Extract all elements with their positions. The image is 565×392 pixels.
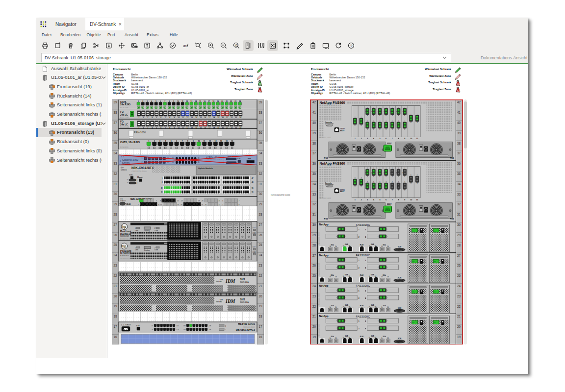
svg-text:BaseT: BaseT	[340, 191, 344, 193]
svg-text:23: 23	[312, 294, 316, 298]
svg-text:Traglast Zone: Traglast Zone	[433, 88, 451, 91]
svg-text:3: 3	[147, 117, 148, 119]
svg-text:R: R	[354, 124, 355, 126]
svg-text:1: 1	[138, 117, 139, 119]
svg-text:▲.▲. CISCO: ▲.▲. CISCO	[121, 324, 131, 326]
svg-text:8: 8	[238, 203, 239, 205]
svg-text:3: 3	[365, 290, 366, 292]
svg-text:16: 16	[177, 203, 179, 205]
svg-text:4: 4	[365, 328, 366, 330]
svg-text:1: 1	[148, 140, 149, 142]
svg-text:0a: 0a	[330, 337, 332, 339]
svg-text:≡≡: ≡≡	[434, 230, 436, 232]
svg-text:33: 33	[312, 192, 316, 196]
svg-text:24x LC: 24x LC	[120, 123, 128, 126]
svg-text:FAS3020C-1003: FAS3020C-1003	[318, 324, 320, 337]
svg-text:23: 23	[258, 264, 262, 267]
svg-text:R: R	[385, 128, 386, 130]
svg-text:R: R	[391, 128, 392, 130]
svg-text:‹: ‹	[336, 228, 336, 230]
svg-text:R: R	[404, 128, 405, 130]
svg-text:33: 33	[258, 162, 262, 165]
svg-text:13: 13	[214, 140, 216, 142]
svg-text:16D 36D: 16D 36D	[216, 300, 222, 302]
svg-text:20: 20	[221, 100, 223, 102]
svg-text:2x: 2x	[151, 328, 153, 330]
svg-text:Mgmt.: Mgmt.	[137, 176, 143, 178]
svg-text:3: 3	[365, 259, 366, 261]
svg-text:›: ›	[345, 228, 346, 230]
svg-text:▲.▲.: ▲.▲.	[121, 156, 125, 158]
svg-text:95: 95	[252, 187, 254, 189]
svg-text:20: 20	[312, 325, 316, 328]
svg-text:RLM: RLM	[360, 274, 363, 276]
svg-text:R: R	[385, 114, 386, 116]
svg-text:29: 29	[258, 202, 262, 206]
svg-text:‹: ‹	[336, 289, 336, 291]
svg-text:@: @	[235, 44, 238, 47]
svg-text:6: 6	[176, 140, 177, 142]
svg-text:USB: USB	[253, 232, 256, 234]
svg-text:R: R	[398, 114, 399, 116]
svg-text:25: 25	[258, 243, 262, 246]
svg-text:0b: 0b	[335, 337, 337, 339]
svg-text:Frontansicht: Frontansicht	[311, 68, 329, 71]
svg-text:42: 42	[457, 100, 461, 104]
svg-text:33: 33	[113, 162, 117, 165]
svg-text:Wärmelast Zone: Wärmelast Zone	[231, 74, 254, 77]
svg-text:19: 19	[312, 335, 316, 339]
svg-text:≡≡: ≡≡	[434, 261, 436, 263]
svg-text:R: R	[404, 189, 405, 191]
svg-text:ME3400-1001: ME3400-1001	[243, 326, 255, 328]
svg-text:15: 15	[177, 200, 179, 202]
svg-text:10: 10	[177, 100, 179, 102]
svg-text:‹: ‹	[378, 266, 378, 268]
svg-text:4: 4	[365, 236, 366, 238]
svg-text:16: 16	[231, 140, 233, 142]
svg-text:Con.: Con.	[129, 174, 133, 176]
svg-text:≡≡: ≡≡	[412, 261, 414, 263]
svg-text:›: ›	[345, 296, 346, 298]
svg-text:6: 6	[160, 117, 161, 119]
svg-text:32: 32	[258, 172, 262, 175]
svg-text:17: 17	[181, 200, 183, 202]
svg-text:Objekttyp: Objekttyp	[311, 92, 324, 95]
svg-text:18: 18	[113, 315, 117, 318]
svg-text:GbE: GbE	[371, 335, 375, 337]
svg-text:41: 41	[312, 111, 316, 114]
svg-text:23: 23	[198, 200, 200, 202]
svg-text:‹: ‹	[378, 327, 378, 329]
svg-text:10: 10	[160, 203, 162, 205]
svg-text:iLO: iLO	[253, 246, 256, 248]
svg-text:‹: ‹	[336, 296, 336, 298]
svg-text:≡≡: ≡≡	[412, 230, 414, 232]
svg-text:7: 7	[181, 140, 182, 142]
svg-text:2: 2	[142, 100, 143, 102]
svg-text:U1.05-0101_ar: U1.05-0101_ar	[131, 89, 149, 92]
svg-text:0d: 0d	[387, 276, 389, 278]
svg-text:1: 1	[358, 228, 359, 230]
svg-text:0d: 0d	[387, 337, 389, 339]
svg-text:≡≡: ≡≡	[434, 291, 436, 293]
svg-text:2Gb: 2Gb	[331, 244, 334, 245]
svg-text:24: 24	[239, 117, 241, 119]
svg-text:FAS3020C-1002: FAS3020C-1002	[318, 293, 320, 306]
svg-text:Traglast Zone: Traglast Zone	[234, 88, 253, 91]
svg-text:R: R	[404, 175, 405, 177]
svg-text:38: 38	[258, 110, 262, 114]
svg-text:24: 24	[258, 253, 262, 257]
svg-text:29: 29	[312, 233, 316, 237]
svg-text:▪▪▪▪: ▪▪▪▪	[248, 161, 250, 163]
svg-text:19: 19	[258, 304, 262, 308]
svg-text:18: 18	[258, 315, 262, 318]
svg-text:17: 17	[113, 325, 117, 328]
svg-text:R: R	[367, 114, 368, 116]
svg-text:FO-LC-1002: FO-LC-1002	[120, 117, 129, 119]
svg-text:2Gb: 2Gb	[383, 305, 386, 307]
svg-text:5: 5	[156, 117, 157, 119]
svg-text:‹: ‹	[336, 327, 336, 329]
svg-text:37: 37	[457, 151, 461, 155]
svg-text:31: 31	[218, 200, 220, 202]
svg-text:10: 10	[178, 117, 180, 119]
svg-text:R: R	[373, 175, 374, 177]
